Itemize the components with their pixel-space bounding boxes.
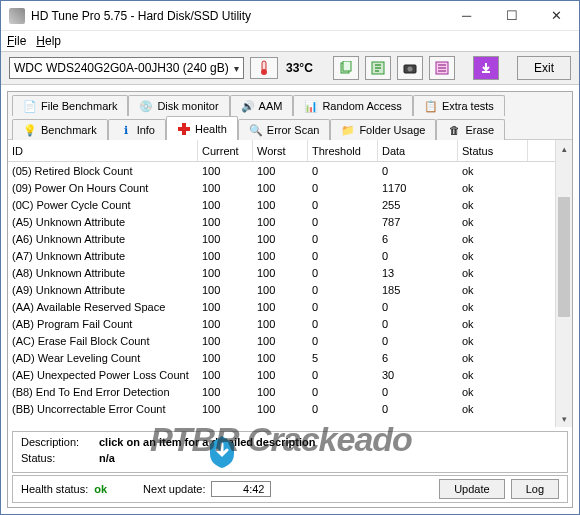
tab-health[interactable]: Health [166,116,238,140]
thermometer-icon[interactable] [250,57,278,79]
col-current[interactable]: Current [198,140,253,161]
cell-current: 100 [198,403,253,415]
description-label: Description: [21,436,89,452]
cell-threshold: 0 [308,386,378,398]
menu-help[interactable]: Help [36,34,61,48]
cell-threshold: 0 [308,335,378,347]
drive-select-label: WDC WDS240G2G0A-00JH30 (240 gB) [14,61,229,75]
tab-row-top: 📄File Benchmark 💿Disk monitor 🔊AAM 📊Rand… [8,92,572,116]
table-row[interactable]: (09) Power On Hours Count10010001170ok [8,179,572,196]
window-title: HD Tune Pro 5.75 - Hard Disk/SSD Utility [31,9,444,23]
cell-threshold: 0 [308,250,378,262]
cell-id: (0C) Power Cycle Count [8,199,198,211]
cell-data: 0 [378,403,458,415]
cell-id: (AB) Program Fail Count [8,318,198,330]
cell-threshold: 0 [308,199,378,211]
table-header: ID Current Worst Threshold Data Status [8,140,572,162]
cell-status: ok [458,386,528,398]
cell-data: 13 [378,267,458,279]
tab-info[interactable]: ℹInfo [108,119,166,140]
scroll-up-icon[interactable]: ▴ [556,140,572,157]
download-button[interactable] [473,56,499,80]
log-button[interactable]: Log [511,479,559,499]
tab-folder-usage[interactable]: 📁Folder Usage [330,119,436,140]
exit-button[interactable]: Exit [517,56,571,80]
close-button[interactable]: ✕ [534,1,579,31]
screenshot-button[interactable] [397,56,423,80]
cell-data: 787 [378,216,458,228]
cell-id: (AA) Available Reserved Space [8,301,198,313]
table-row[interactable]: (A8) Unknown Attribute100100013ok [8,264,572,281]
tab-benchmark[interactable]: 💡Benchmark [12,119,108,140]
toolbar: WDC WDS240G2G0A-00JH30 (240 gB) ▾ 33°C E… [1,51,579,85]
col-id[interactable]: ID [8,140,198,161]
cell-worst: 100 [253,182,308,194]
cell-status: ok [458,267,528,279]
tab-random-access[interactable]: 📊Random Access [293,95,412,116]
status-value: n/a [99,452,115,468]
col-threshold[interactable]: Threshold [308,140,378,161]
tab-aam[interactable]: 🔊AAM [230,95,294,116]
scroll-track[interactable] [556,157,572,410]
tab-error-scan[interactable]: 🔍Error Scan [238,119,331,140]
table-row[interactable]: (BB) Uncorrectable Error Count10010000ok [8,400,572,417]
cell-threshold: 0 [308,165,378,177]
scroll-down-icon[interactable]: ▾ [556,410,572,427]
col-data[interactable]: Data [378,140,458,161]
menu-file[interactable]: File [7,34,26,48]
cell-threshold: 0 [308,233,378,245]
maximize-button[interactable]: ☐ [489,1,534,31]
tab-file-benchmark[interactable]: 📄File Benchmark [12,95,128,116]
table-row[interactable]: (AE) Unexpected Power Loss Count10010003… [8,366,572,383]
tab-extra-tests[interactable]: 📋Extra tests [413,95,505,116]
cell-worst: 100 [253,386,308,398]
cell-threshold: 0 [308,267,378,279]
cell-data: 30 [378,369,458,381]
table-row[interactable]: (A6) Unknown Attribute10010006ok [8,230,572,247]
cell-data: 0 [378,301,458,313]
cell-worst: 100 [253,318,308,330]
cell-id: (A5) Unknown Attribute [8,216,198,228]
col-status[interactable]: Status [458,140,528,161]
cell-data: 1170 [378,182,458,194]
table-row[interactable]: (A7) Unknown Attribute10010000ok [8,247,572,264]
save-button[interactable] [365,56,391,80]
table-row[interactable]: (AD) Wear Leveling Count10010056ok [8,349,572,366]
table-row[interactable]: (AA) Available Reserved Space10010000ok [8,298,572,315]
table-row[interactable]: (0C) Power Cycle Count1001000255ok [8,196,572,213]
cell-current: 100 [198,335,253,347]
drive-select[interactable]: WDC WDS240G2G0A-00JH30 (240 gB) ▾ [9,57,244,79]
disk-monitor-icon: 💿 [139,99,153,113]
cell-threshold: 0 [308,301,378,313]
trash-icon: 🗑 [447,123,461,137]
app-icon [9,8,25,24]
table-row[interactable]: (AB) Program Fail Count10010000ok [8,315,572,332]
next-update-label: Next update: [143,483,205,495]
table-row[interactable]: (05) Retired Block Count10010000ok [8,162,572,179]
extra-tests-icon: 📋 [424,99,438,113]
speaker-icon: 🔊 [241,99,255,113]
cell-worst: 100 [253,284,308,296]
table-body: (05) Retired Block Count10010000ok(09) P… [8,162,572,427]
scroll-thumb[interactable] [558,197,570,317]
scrollbar[interactable]: ▴ ▾ [555,140,572,427]
copy-info-button[interactable] [333,56,359,80]
update-button[interactable]: Update [439,479,504,499]
cell-worst: 100 [253,233,308,245]
minimize-button[interactable]: ─ [444,1,489,31]
table-row[interactable]: (AC) Erase Fail Block Count10010000ok [8,332,572,349]
col-worst[interactable]: Worst [253,140,308,161]
cell-current: 100 [198,318,253,330]
table-row[interactable]: (A9) Unknown Attribute1001000185ok [8,281,572,298]
cell-current: 100 [198,284,253,296]
tab-row-bottom: 💡Benchmark ℹInfo Health 🔍Error Scan 📁Fol… [8,116,572,140]
options-button[interactable] [429,56,455,80]
benchmark-icon: 💡 [23,123,37,137]
tab-disk-monitor[interactable]: 💿Disk monitor [128,95,229,116]
cell-current: 100 [198,386,253,398]
cell-status: ok [458,284,528,296]
cell-data: 0 [378,318,458,330]
tab-erase[interactable]: 🗑Erase [436,119,505,140]
table-row[interactable]: (A5) Unknown Attribute1001000787ok [8,213,572,230]
table-row[interactable]: (B8) End To End Error Detection10010000o… [8,383,572,400]
